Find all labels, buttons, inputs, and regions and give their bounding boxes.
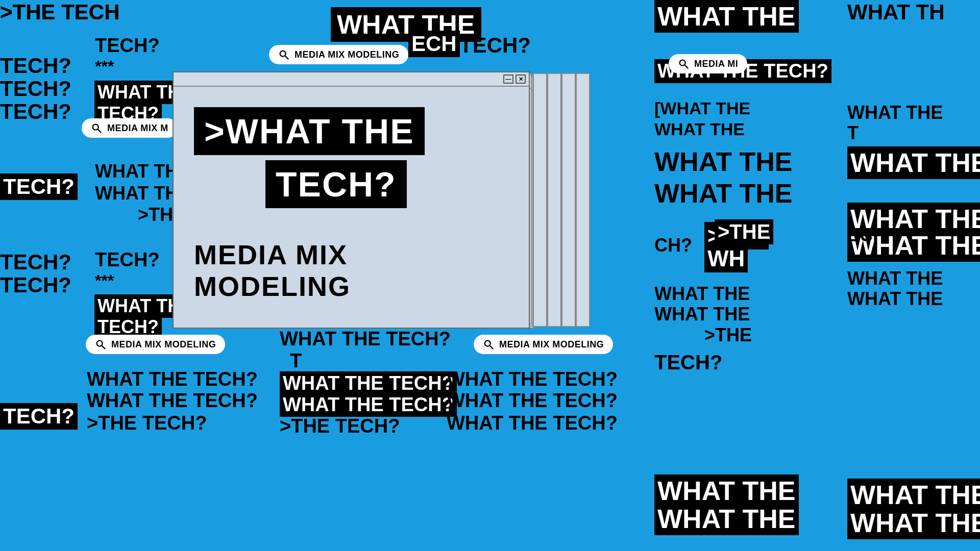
main-window: — ✕ >WHAT THE TECH? MEDIA MIX MODELING (173, 71, 530, 329)
bg-text: >THE TECH (0, 0, 120, 24)
title-line2: TECH? (265, 160, 407, 208)
search-icon (678, 58, 689, 69)
bg-text: TECH? (459, 33, 531, 58)
bg-text: TECH? (95, 249, 160, 271)
bg-text: *** (95, 271, 114, 290)
svg-point-6 (485, 341, 491, 346)
extra-frame-7 (576, 73, 590, 327)
svg-line-7 (490, 346, 493, 349)
search-bar-text: MEDIA MIX MODELING (111, 339, 216, 350)
bg-text: WHAT THE TECH? (280, 328, 451, 350)
search-bar-text: MEDIA MIX MODELING (295, 49, 399, 60)
svg-point-4 (97, 341, 103, 346)
bg-text: TECH? (0, 250, 71, 274)
bg-text: WH (704, 245, 748, 272)
main-subtitle: MEDIA MIX MODELING (194, 239, 508, 302)
bg-text: T (847, 122, 859, 144)
main-titlebar: — ✕ (174, 72, 529, 87)
bg-text: WHAT THE TECH? (447, 368, 618, 390)
bg-text: TECH? (0, 403, 78, 430)
bg-text: TECH? (0, 77, 71, 101)
title-line1: >WHAT THE (194, 107, 425, 155)
bg-text: CH? (654, 235, 692, 256)
search-bar-text: MEDIA MIX MODELING (499, 339, 604, 350)
search-bar-left-mid[interactable]: MEDIA MIX M (82, 118, 178, 138)
bg-text: WHAT THE TECH? (447, 390, 618, 412)
search-bar-bottom-left[interactable]: MEDIA MIX MODELING (86, 335, 225, 354)
extra-frame-6 (561, 73, 576, 327)
close-btn[interactable]: ✕ (516, 74, 526, 84)
svg-line-3 (98, 130, 101, 133)
bg-text: T (290, 350, 302, 372)
svg-line-1 (285, 56, 288, 59)
bg-text-highlight: ECH (408, 31, 460, 57)
search-bar-top-center[interactable]: MEDIA MIX MODELING (269, 45, 408, 64)
bg-text: WHAT THE (654, 146, 793, 177)
svg-point-2 (93, 124, 99, 130)
bg-text: WHAT TH (95, 161, 178, 182)
bg-text: >THE (715, 219, 773, 244)
bg-text: TECH? (654, 351, 722, 374)
bg-text: WHAT TH (94, 294, 184, 318)
bg-text: TECH? (0, 173, 78, 200)
bg-text: WHAT THE TECH? (280, 393, 457, 417)
search-bar-text: MEDIA MI (694, 59, 738, 69)
bg-text: WHAT THE (654, 304, 750, 325)
bg-text: ECH (847, 224, 886, 246)
bg-text: WHAT THE (847, 146, 980, 179)
minimize-btn[interactable]: — (503, 74, 513, 84)
bg-text: >THE TECH? (280, 415, 400, 437)
bg-text: WHAT THE TECH? (87, 390, 258, 412)
bg-text: WHAT THE TECH? (87, 368, 258, 390)
bg-text: WHAT THE (654, 178, 793, 209)
bg-text: WHAT TH (847, 0, 945, 24)
bg-text: WHAT THE (654, 119, 745, 139)
svg-point-0 (280, 51, 286, 57)
bg-text: WHAT THE (654, 0, 799, 33)
bg-text: WHAT THE TECH? (447, 412, 618, 434)
bg-text: WHAT TH (95, 183, 178, 204)
bg-text: TECH? (95, 35, 160, 57)
bg-text: TECH? (0, 273, 71, 297)
bg-text: WHAT THE (654, 503, 799, 535)
window-content: >WHAT THE TECH? MEDIA MIX MODELING (174, 87, 529, 328)
bg-text: WHAT THE (847, 507, 980, 539)
bg-text: WHAT THE TECH? (280, 371, 457, 395)
bg-text: >THE (704, 324, 752, 346)
svg-line-9 (685, 65, 688, 68)
bg-text: >TH (138, 204, 173, 226)
bg-text: *** (95, 57, 114, 76)
extra-frame-5 (547, 73, 561, 327)
bg-text: WHAT THE (847, 102, 943, 123)
search-bar-text: MEDIA MIX M (107, 123, 168, 134)
svg-line-5 (102, 346, 105, 349)
bg-text: TECH? (0, 54, 71, 78)
search-icon (278, 49, 289, 60)
search-icon (95, 339, 106, 350)
bg-text: WHAT TH (94, 81, 184, 104)
search-bar-right[interactable]: MEDIA MI (669, 54, 747, 73)
bg-text: [WHAT THE (654, 98, 750, 118)
search-bar-bottom-center[interactable]: MEDIA MIX MODELING (474, 335, 613, 354)
bg-text: WHAT THE (847, 288, 943, 310)
bg-text: >THE TECH? (87, 412, 207, 434)
search-icon (483, 339, 494, 350)
extra-frame-4 (533, 73, 547, 327)
search-icon (91, 122, 102, 134)
bg-text: WHAT THE (847, 268, 943, 289)
bg-text: TECH? (0, 99, 71, 124)
svg-point-8 (680, 60, 685, 66)
bg-text: WHAT THE (654, 283, 750, 305)
